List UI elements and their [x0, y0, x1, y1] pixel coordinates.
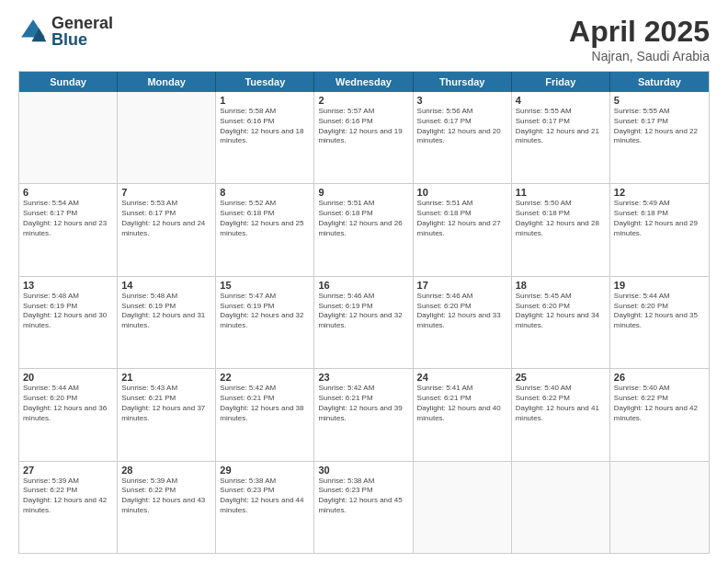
day-info: Sunrise: 5:39 AM Sunset: 6:22 PM Dayligh…: [23, 477, 113, 516]
calendar-cell: 15Sunrise: 5:47 AM Sunset: 6:19 PM Dayli…: [216, 277, 314, 368]
calendar-cell: 17Sunrise: 5:46 AM Sunset: 6:20 PM Dayli…: [414, 277, 512, 368]
day-info: Sunrise: 5:38 AM Sunset: 6:23 PM Dayligh…: [318, 477, 408, 516]
calendar-header-cell: Thursday: [414, 72, 512, 92]
day-number: 18: [516, 280, 606, 291]
day-number: 11: [516, 187, 606, 198]
day-info: Sunrise: 5:40 AM Sunset: 6:22 PM Dayligh…: [516, 384, 606, 423]
calendar-cell: 27Sunrise: 5:39 AM Sunset: 6:22 PM Dayli…: [19, 462, 118, 553]
calendar-cell: 22Sunrise: 5:42 AM Sunset: 6:21 PM Dayli…: [216, 369, 314, 460]
day-info: Sunrise: 5:52 AM Sunset: 6:18 PM Dayligh…: [220, 199, 310, 238]
calendar-cell: 14Sunrise: 5:48 AM Sunset: 6:19 PM Dayli…: [118, 277, 216, 368]
day-number: 20: [23, 372, 113, 383]
day-number: 5: [614, 95, 705, 106]
day-info: Sunrise: 5:58 AM Sunset: 6:16 PM Dayligh…: [220, 107, 310, 146]
calendar-row: 27Sunrise: 5:39 AM Sunset: 6:22 PM Dayli…: [19, 462, 709, 553]
calendar-cell: 25Sunrise: 5:40 AM Sunset: 6:22 PM Dayli…: [512, 369, 610, 460]
calendar-cell: 3Sunrise: 5:56 AM Sunset: 6:17 PM Daylig…: [414, 92, 512, 183]
day-number: 1: [220, 95, 310, 106]
day-info: Sunrise: 5:51 AM Sunset: 6:18 PM Dayligh…: [417, 199, 507, 238]
day-number: 6: [23, 187, 113, 198]
calendar-cell: [610, 462, 709, 553]
calendar-cell: 2Sunrise: 5:57 AM Sunset: 6:16 PM Daylig…: [314, 92, 413, 183]
day-info: Sunrise: 5:51 AM Sunset: 6:18 PM Dayligh…: [318, 199, 408, 238]
day-info: Sunrise: 5:55 AM Sunset: 6:17 PM Dayligh…: [614, 107, 705, 146]
day-number: 9: [318, 187, 408, 198]
calendar-cell: 8Sunrise: 5:52 AM Sunset: 6:18 PM Daylig…: [216, 184, 314, 275]
calendar-cell: [19, 92, 118, 183]
logo-general: General: [51, 15, 113, 31]
day-info: Sunrise: 5:44 AM Sunset: 6:20 PM Dayligh…: [614, 292, 705, 331]
calendar-cell: 10Sunrise: 5:51 AM Sunset: 6:18 PM Dayli…: [414, 184, 512, 275]
calendar-header-cell: Friday: [512, 72, 610, 92]
title-location: Najran, Saudi Arabia: [569, 49, 710, 63]
day-number: 15: [220, 280, 310, 291]
day-info: Sunrise: 5:44 AM Sunset: 6:20 PM Dayligh…: [23, 384, 113, 423]
day-number: 12: [614, 187, 705, 198]
day-number: 4: [516, 95, 606, 106]
day-info: Sunrise: 5:46 AM Sunset: 6:20 PM Dayligh…: [417, 292, 507, 331]
day-info: Sunrise: 5:50 AM Sunset: 6:18 PM Dayligh…: [516, 199, 606, 238]
day-info: Sunrise: 5:57 AM Sunset: 6:16 PM Dayligh…: [318, 107, 408, 146]
day-info: Sunrise: 5:49 AM Sunset: 6:18 PM Dayligh…: [614, 199, 705, 238]
day-number: 16: [318, 280, 408, 291]
day-number: 28: [121, 465, 211, 476]
calendar-cell: [118, 92, 216, 183]
calendar-header-cell: Wednesday: [314, 72, 413, 92]
day-number: 19: [614, 280, 705, 291]
day-number: 29: [220, 465, 310, 476]
day-info: Sunrise: 5:45 AM Sunset: 6:20 PM Dayligh…: [516, 292, 606, 331]
day-info: Sunrise: 5:46 AM Sunset: 6:19 PM Dayligh…: [318, 292, 408, 331]
calendar-cell: 30Sunrise: 5:38 AM Sunset: 6:23 PM Dayli…: [314, 462, 413, 553]
day-info: Sunrise: 5:48 AM Sunset: 6:19 PM Dayligh…: [121, 292, 211, 331]
logo: General Blue: [18, 15, 113, 48]
day-info: Sunrise: 5:42 AM Sunset: 6:21 PM Dayligh…: [318, 384, 408, 423]
day-info: Sunrise: 5:56 AM Sunset: 6:17 PM Dayligh…: [417, 107, 507, 146]
calendar-header-cell: Monday: [118, 72, 216, 92]
calendar-header: SundayMondayTuesdayWednesdayThursdayFrid…: [19, 72, 709, 92]
calendar-cell: [414, 462, 512, 553]
day-number: 2: [318, 95, 408, 106]
calendar-cell: 16Sunrise: 5:46 AM Sunset: 6:19 PM Dayli…: [314, 277, 413, 368]
day-number: 25: [516, 372, 606, 383]
calendar-cell: [512, 462, 610, 553]
calendar-header-cell: Saturday: [610, 72, 709, 92]
calendar-cell: 28Sunrise: 5:39 AM Sunset: 6:22 PM Dayli…: [118, 462, 216, 553]
calendar-cell: 13Sunrise: 5:48 AM Sunset: 6:19 PM Dayli…: [19, 277, 118, 368]
day-number: 27: [23, 465, 113, 476]
day-number: 30: [318, 465, 408, 476]
calendar-body: 1Sunrise: 5:58 AM Sunset: 6:16 PM Daylig…: [19, 92, 709, 553]
day-number: 10: [417, 187, 507, 198]
calendar-cell: 4Sunrise: 5:55 AM Sunset: 6:17 PM Daylig…: [512, 92, 610, 183]
logo-text: General Blue: [51, 15, 113, 48]
page: General Blue April 2025 Najran, Saudi Ar…: [0, 0, 728, 563]
day-info: Sunrise: 5:53 AM Sunset: 6:17 PM Dayligh…: [121, 199, 211, 238]
calendar-row: 1Sunrise: 5:58 AM Sunset: 6:16 PM Daylig…: [19, 92, 709, 184]
day-info: Sunrise: 5:39 AM Sunset: 6:22 PM Dayligh…: [121, 477, 211, 516]
header: General Blue April 2025 Najran, Saudi Ar…: [18, 15, 710, 63]
day-info: Sunrise: 5:54 AM Sunset: 6:17 PM Dayligh…: [23, 199, 113, 238]
calendar-header-cell: Tuesday: [216, 72, 314, 92]
calendar-cell: 29Sunrise: 5:38 AM Sunset: 6:23 PM Dayli…: [216, 462, 314, 553]
calendar-cell: 6Sunrise: 5:54 AM Sunset: 6:17 PM Daylig…: [19, 184, 118, 275]
calendar-cell: 26Sunrise: 5:40 AM Sunset: 6:22 PM Dayli…: [610, 369, 709, 460]
day-number: 7: [121, 187, 211, 198]
calendar: SundayMondayTuesdayWednesdayThursdayFrid…: [18, 71, 710, 554]
day-info: Sunrise: 5:47 AM Sunset: 6:19 PM Dayligh…: [220, 292, 310, 331]
day-number: 21: [121, 372, 211, 383]
day-info: Sunrise: 5:55 AM Sunset: 6:17 PM Dayligh…: [516, 107, 606, 146]
calendar-cell: 1Sunrise: 5:58 AM Sunset: 6:16 PM Daylig…: [216, 92, 314, 183]
title-block: April 2025 Najran, Saudi Arabia: [569, 15, 710, 63]
calendar-row: 6Sunrise: 5:54 AM Sunset: 6:17 PM Daylig…: [19, 184, 709, 276]
calendar-cell: 20Sunrise: 5:44 AM Sunset: 6:20 PM Dayli…: [19, 369, 118, 460]
day-number: 14: [121, 280, 211, 291]
day-info: Sunrise: 5:48 AM Sunset: 6:19 PM Dayligh…: [23, 292, 113, 331]
calendar-cell: 18Sunrise: 5:45 AM Sunset: 6:20 PM Dayli…: [512, 277, 610, 368]
calendar-row: 13Sunrise: 5:48 AM Sunset: 6:19 PM Dayli…: [19, 277, 709, 369]
day-number: 24: [417, 372, 507, 383]
calendar-cell: 5Sunrise: 5:55 AM Sunset: 6:17 PM Daylig…: [610, 92, 709, 183]
calendar-cell: 7Sunrise: 5:53 AM Sunset: 6:17 PM Daylig…: [118, 184, 216, 275]
day-number: 23: [318, 372, 408, 383]
calendar-cell: 19Sunrise: 5:44 AM Sunset: 6:20 PM Dayli…: [610, 277, 709, 368]
calendar-cell: 21Sunrise: 5:43 AM Sunset: 6:21 PM Dayli…: [118, 369, 216, 460]
calendar-header-cell: Sunday: [19, 72, 118, 92]
